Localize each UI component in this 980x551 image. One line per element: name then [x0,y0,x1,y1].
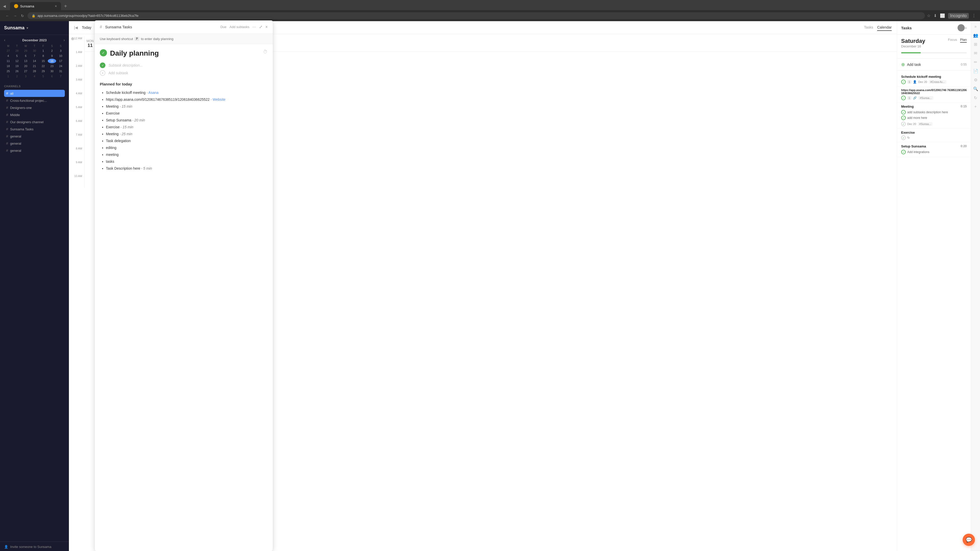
asana-link[interactable]: Asana [148,91,159,95]
cal-day-24[interactable]: 24 [57,64,65,68]
cal-day-1-next[interactable]: 1 [4,74,12,79]
cal-day-16-today[interactable]: 16 [48,59,56,63]
cal-day-30-prev[interactable]: 30 [30,48,38,53]
cal-day-2-next[interactable]: 2 [13,74,21,79]
cal-day-28[interactable]: 28 [30,69,38,73]
reload-btn[interactable]: ↻ [19,13,25,19]
cal-day-9[interactable]: 9 [48,54,56,58]
menu-icon[interactable]: ⋮ [972,13,976,18]
task-check-done[interactable]: ✓ [901,79,906,84]
back-btn[interactable]: ← [4,13,11,19]
cal-day-30[interactable]: 30 [48,69,56,73]
subtask-check-icon[interactable]: ✓ [100,62,105,68]
more-options-btn[interactable]: ··· [252,25,256,29]
subtask-check[interactable]: ✓ [901,150,906,154]
subtask-check-2[interactable]: ✓ [901,116,906,120]
cal-day-19[interactable]: 19 [13,64,21,68]
download-icon[interactable]: ⬇ [934,13,937,18]
cal-day-11[interactable]: 11 [4,59,12,63]
edit-icon[interactable]: ✏ [974,60,977,65]
cal-day-4-next[interactable]: 4 [30,74,38,79]
cal-day-23[interactable]: 23 [48,64,56,68]
settings-icon[interactable]: ⚙ [974,78,977,83]
cal-day-5[interactable]: 5 [13,54,21,58]
channel-item-middle[interactable]: # Middle [4,111,65,118]
cal-day-25[interactable]: 25 [4,69,12,73]
cal-day-12[interactable]: 12 [13,59,21,63]
channel-item-sunsama[interactable]: # Sunsama Tasks [4,125,65,133]
subtask-placeholder-text[interactable]: Subtask description... [108,63,143,67]
expand-btn[interactable]: ⤢ [259,24,262,29]
extensions-icon[interactable]: ⬜ [940,13,945,18]
cal-day-31[interactable]: 31 [57,69,65,73]
today-btn[interactable]: Today [82,25,91,30]
add-subtasks-btn[interactable]: Add subtasks [229,25,249,29]
expand-panel-icon[interactable]: » [974,24,977,29]
cal-day-27-prev[interactable]: 27 [4,48,12,53]
grid-icon[interactable]: ⊞ [974,42,977,47]
cal-day-15[interactable]: 15 [39,59,47,63]
cal-day-28-prev[interactable]: 28 [13,48,21,53]
website-link[interactable]: Website [213,97,225,102]
cal-day-8[interactable]: 8 [39,54,47,58]
cal-day-22[interactable]: 22 [39,64,47,68]
new-tab-btn[interactable]: + [62,2,69,10]
channel-item-general3[interactable]: # general [4,147,65,154]
refresh-icon[interactable]: ↻ [974,95,977,100]
cal-day-5-next[interactable]: 5 [39,74,47,79]
channel-item-our-designers[interactable]: # Our designers channel [4,118,65,125]
tab-back-btn[interactable]: ◀ [2,3,7,9]
cal-day-29[interactable]: 29 [39,69,47,73]
cal-day-10[interactable]: 10 [57,54,65,58]
user-avatar[interactable] [958,24,965,32]
channel-item-general2[interactable]: # general [4,140,65,147]
forward-btn[interactable]: → [12,13,18,19]
task-timer-icon[interactable]: ⏱ [263,49,268,55]
collapse-sidebar-btn[interactable]: |◀ [74,25,78,30]
url-bar[interactable]: 🔒 app.sunsama.com/group/moodjoy?taid=657… [27,12,925,19]
cal-day-29-prev[interactable]: 29 [22,48,30,53]
cal-day-27[interactable]: 27 [22,69,30,73]
cal-day-18[interactable]: 18 [4,64,12,68]
cal-day-26[interactable]: 26 [13,69,21,73]
due-btn[interactable]: Due [220,25,226,29]
cal-day-6[interactable]: 6 [22,54,30,58]
add-task-row[interactable]: ⊕ Add task 0:55 [897,59,971,71]
bookmark-icon[interactable]: ☆ [927,13,931,18]
plan-tab[interactable]: Plan [960,38,967,43]
zoom-control[interactable]: ⊕ [71,36,74,41]
cal-day-20[interactable]: 20 [22,64,30,68]
active-tab[interactable]: Sunsama × [10,2,61,10]
cal-day-1[interactable]: 1 [39,48,47,53]
document-icon[interactable]: 📄 [973,68,978,73]
calendar-tab[interactable]: Calendar [877,24,892,31]
cal-day-13[interactable]: 13 [22,59,30,63]
plus-icon[interactable]: + [974,104,977,109]
mini-cal-prev-btn[interactable]: ‹ [4,38,5,42]
channel-item-cross[interactable]: # Cross-functional projec... [4,97,65,104]
chat-fab-btn[interactable]: 💬 [963,534,975,546]
invite-btn[interactable]: 👤 Invite someone to Sunsama [4,545,65,549]
cal-day-17[interactable]: 17 [57,59,65,63]
task-check[interactable]: ✓ [901,135,906,140]
tasks-tab[interactable]: Tasks [864,24,873,31]
subtask-check-1[interactable]: ✓ [901,110,906,114]
channel-item-all[interactable]: # all [4,90,65,97]
right-panel-expand-btn[interactable]: » [965,26,967,30]
sidebar-brand[interactable]: Sunsama ▾ [4,25,65,30]
cal-day-4[interactable]: 4 [4,54,12,58]
cal-day-6-next[interactable]: 6 [48,74,56,79]
mail-icon[interactable]: ✉ [974,51,977,56]
search-icon[interactable]: 🔍 [973,86,978,91]
task-check-done[interactable]: ✓ [901,96,906,100]
tab-close-btn[interactable]: × [55,4,57,8]
cal-day-7-next[interactable]: 7 [57,74,65,79]
channel-item-general1[interactable]: # general [4,133,65,140]
close-task-panel-btn[interactable]: × [266,25,268,29]
focus-tab[interactable]: Focus [948,38,957,43]
task-complete-btn[interactable]: ✓ [100,49,107,56]
cal-day-14[interactable]: 14 [30,59,38,63]
channel-item-designers[interactable]: # Designers-one [4,104,65,111]
add-subtask-row[interactable]: + Add subtask [100,69,268,77]
cal-day-7[interactable]: 7 [30,54,38,58]
